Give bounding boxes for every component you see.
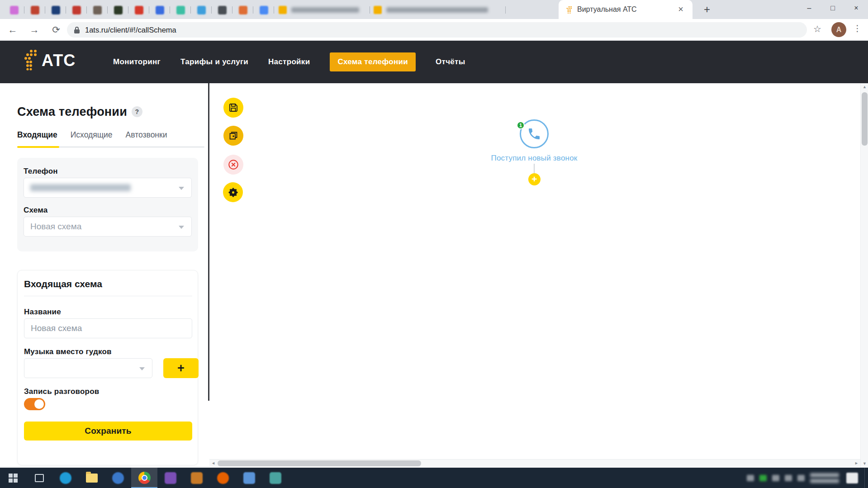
copy-schema-button[interactable] (223, 126, 243, 146)
tray-icon-blurred[interactable] (797, 475, 805, 481)
pinned-tab[interactable] (232, 2, 253, 18)
scroll-left-arrow[interactable]: ◄ (209, 460, 217, 467)
pinned-tab[interactable] (149, 2, 170, 18)
schema-name-input[interactable] (24, 318, 192, 338)
tray-icon-blurred[interactable] (785, 475, 792, 481)
pinned-tab[interactable] (45, 2, 66, 18)
horizontal-scroll-thumb[interactable] (218, 460, 421, 466)
pinned-tab-favicon (156, 6, 164, 14)
horizontal-scrollbar[interactable]: ◄ ► (209, 459, 860, 467)
taskbar-icon-app-purple[interactable] (157, 468, 184, 488)
tab-incoming[interactable]: Входящие (17, 130, 57, 146)
tab-close-icon[interactable]: × (675, 4, 686, 15)
blurred-tab-title (386, 7, 488, 13)
browser-tab-active[interactable]: Виртуальная АТС × (559, 0, 693, 19)
pinned-tab-favicon (218, 6, 227, 14)
taskbar-icon-chrome[interactable] (131, 468, 157, 488)
task-view-button[interactable] (26, 468, 52, 488)
tab-autocalls[interactable]: Автозвонки (126, 130, 167, 146)
tab-outgoing[interactable]: Исходящие (71, 130, 113, 146)
browser-avatar[interactable]: A (831, 22, 846, 37)
record-label: Запись разговоров (24, 387, 99, 396)
vertical-scrollbar[interactable]: ▲ ▼ (860, 83, 868, 468)
nav-item-monitoring[interactable]: Мониторинг (113, 57, 161, 66)
schema-select-value: Новая схема (30, 222, 81, 232)
music-select[interactable] (24, 358, 152, 378)
delete-schema-button[interactable] (223, 155, 243, 175)
save-button[interactable]: Сохранить (24, 422, 192, 441)
pinned-tab-favicon (31, 6, 39, 14)
taskbar-icon-explorer[interactable] (79, 468, 105, 488)
clock-blurred[interactable] (810, 472, 839, 484)
pinned-tab[interactable] (212, 2, 232, 18)
lock-icon[interactable] (74, 27, 80, 33)
taskbar-icon-app-amber[interactable] (184, 468, 210, 488)
pinned-tab[interactable] (253, 2, 274, 18)
taskbar (0, 468, 868, 488)
nav-item-reports[interactable]: Отчёты (436, 57, 465, 66)
app-logo[interactable]: АТС (24, 49, 76, 72)
schema-select[interactable]: Новая схема (24, 217, 192, 237)
pinned-tab[interactable] (4, 2, 24, 18)
pinned-tab-favicon (10, 6, 19, 14)
nav-item-call-schema[interactable]: Схема телефонии (330, 52, 416, 71)
scroll-right-arrow[interactable]: ► (853, 460, 860, 467)
browser-menu-icon[interactable]: ⋮ (853, 23, 862, 33)
help-icon[interactable]: ? (132, 106, 142, 117)
browser-tab-blurred[interactable] (274, 2, 369, 18)
reload-icon[interactable]: ⟳ (50, 24, 62, 36)
add-music-button[interactable]: + (163, 358, 199, 378)
window-maximize-button[interactable]: □ (821, 0, 844, 16)
tray-icon-blurred[interactable] (772, 475, 779, 481)
nav-item-tariffs[interactable]: Тарифы и услуги (180, 57, 248, 66)
taskbar-icon-network[interactable] (105, 468, 131, 488)
tray-icon-blurred[interactable] (747, 475, 754, 481)
site-favicon (565, 6, 573, 14)
browser-toolbar: ← → ⟳ 1ats.ru/client/#!/callSchema ☆ A ⋮ (0, 19, 868, 41)
tab-underline-track (17, 146, 204, 148)
incoming-schema-card: Входящая схема Название Музыка вместо гу… (17, 270, 198, 465)
pinned-tab[interactable] (170, 2, 191, 18)
pinned-tab[interactable] (87, 2, 108, 18)
app-header: АТС Мониторинг Тарифы и услуги Настройки… (0, 41, 868, 83)
pinned-tab[interactable] (24, 2, 45, 18)
browser-tab-blurred[interactable] (369, 2, 505, 18)
scroll-down-arrow[interactable]: ▼ (861, 460, 868, 468)
window-close-button[interactable]: × (844, 0, 868, 16)
gear-icon (228, 187, 239, 198)
forward-icon[interactable]: → (28, 24, 41, 36)
show-desktop-button[interactable] (864, 468, 868, 488)
bookmark-star-icon[interactable]: ☆ (813, 24, 821, 34)
record-toggle[interactable] (24, 398, 45, 410)
phone-select[interactable] (24, 178, 192, 198)
pinned-tab[interactable] (191, 2, 212, 18)
pinned-tab-favicon (176, 6, 185, 14)
vertical-scroll-thumb[interactable] (862, 92, 868, 146)
pinned-tab[interactable] (108, 2, 128, 18)
taskbar-icon-skype[interactable] (52, 468, 79, 488)
window-minimize-button[interactable]: – (797, 0, 821, 16)
address-bar[interactable]: 1ats.ru/client/#!/callSchema (67, 22, 807, 38)
panel-divider[interactable] (208, 83, 209, 401)
schema-settings-button[interactable] (223, 182, 243, 202)
pinned-tab-favicon (197, 6, 206, 14)
skype-icon (60, 472, 71, 484)
pinned-tab[interactable] (66, 2, 87, 18)
save-schema-button[interactable] (223, 98, 243, 118)
taskbar-icon-firefox[interactable] (210, 468, 236, 488)
notification-icon-blurred[interactable] (846, 473, 858, 483)
taskbar-icon-doc[interactable] (236, 468, 262, 488)
active-tab-title: Виртуальная АТС (577, 5, 675, 14)
nav-item-settings[interactable]: Настройки (268, 57, 310, 66)
url-text[interactable]: 1ats.ru/client/#!/callSchema (85, 26, 176, 34)
tray-icon-blurred[interactable] (759, 475, 767, 481)
new-tab-button[interactable]: + (700, 3, 714, 17)
start-button[interactable] (0, 468, 26, 488)
taskbar-icon-media[interactable] (262, 468, 289, 488)
add-node-button[interactable]: + (528, 173, 541, 185)
back-icon[interactable]: ← (6, 24, 19, 36)
pinned-tab-favicon (93, 6, 102, 14)
node-label[interactable]: Поступил новый звонок (466, 154, 602, 163)
scroll-up-arrow[interactable]: ▲ (861, 83, 868, 91)
pinned-tab[interactable] (128, 2, 149, 18)
